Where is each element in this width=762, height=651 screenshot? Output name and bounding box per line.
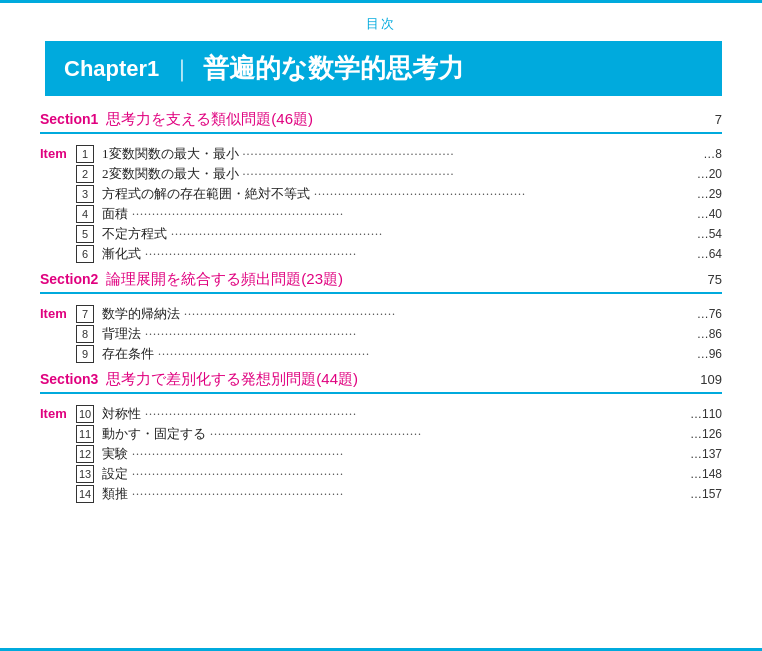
item-page: …76 <box>694 307 722 321</box>
item-page: …20 <box>694 167 722 181</box>
chapter-label: Chapter1 <box>64 56 159 82</box>
item-title: 面積 <box>102 205 128 223</box>
item-title: 2変数関数の最大・最小 <box>102 165 239 183</box>
item-number-box: 1 <box>76 145 94 163</box>
item-page: …137 <box>690 447 722 461</box>
item-dots: ········································… <box>145 247 690 262</box>
page: 目次 Chapter1 ｜ 普遍的な数学的思考力 Section1思考力を支える… <box>0 0 762 651</box>
item-number-box: 8 <box>76 325 94 343</box>
section-row-section2: Section2論理展開を統合する頻出問題(23題)75 <box>40 270 722 294</box>
item-title: 背理法 <box>102 325 141 343</box>
item-page: …110 <box>690 407 722 421</box>
item-number-box: 11 <box>76 425 94 443</box>
item-number-box: 14 <box>76 485 94 503</box>
list-item: Item10対称性·······························… <box>40 404 722 424</box>
item-number-box: 4 <box>76 205 94 223</box>
section-page: 109 <box>700 372 722 387</box>
item-page: …126 <box>690 427 722 441</box>
item-text-group: 実験······································… <box>102 445 722 463</box>
item-page: …8 <box>694 147 722 161</box>
list-item: Item11変数関数の最大・最小························… <box>40 144 722 164</box>
item-dots: ········································… <box>132 467 686 482</box>
item-number-box: 3 <box>76 185 94 203</box>
item-title: 存在条件 <box>102 345 154 363</box>
page-title-row: 目次 <box>40 8 722 41</box>
item-dots: ········································… <box>158 347 690 362</box>
item-number-box: 7 <box>76 305 94 323</box>
item-dots: ········································… <box>210 427 686 442</box>
section-title: 思考力で差別化する発想別問題(44題) <box>106 370 358 389</box>
item-text-group: 2変数関数の最大・最小·····························… <box>102 165 722 183</box>
item-title: 実験 <box>102 445 128 463</box>
item-keyword: Item <box>40 406 76 421</box>
item-text-group: 方程式の解の存在範囲・絶対不等式························… <box>102 185 722 203</box>
item-dots: ········································… <box>132 207 690 222</box>
page-title: 目次 <box>366 16 396 31</box>
item-page: …54 <box>694 227 722 241</box>
list-item: 22変数関数の最大・最小····························… <box>40 164 722 184</box>
list-item: 3方程式の解の存在範囲・絶対不等式·······················… <box>40 184 722 204</box>
chapter-divider: ｜ <box>171 54 193 84</box>
top-border <box>0 0 762 3</box>
item-text-group: 漸化式·····································… <box>102 245 722 263</box>
item-page: …29 <box>694 187 722 201</box>
item-page: …40 <box>694 207 722 221</box>
item-dots: ········································… <box>243 167 691 182</box>
item-title: 不定方程式 <box>102 225 167 243</box>
item-text-group: 数学的帰納法··································… <box>102 305 722 323</box>
section-page: 75 <box>708 272 722 287</box>
item-text-group: 背理法·····································… <box>102 325 722 343</box>
item-number-box: 10 <box>76 405 94 423</box>
item-keyword: Item <box>40 306 76 321</box>
item-dots: ········································… <box>184 307 690 322</box>
item-text-group: 1変数関数の最大・最小·····························… <box>102 145 722 163</box>
section-label: Section2 <box>40 271 98 287</box>
item-title: 1変数関数の最大・最小 <box>102 145 239 163</box>
item-keyword: Item <box>40 146 76 161</box>
item-page: …64 <box>694 247 722 261</box>
section-title: 思考力を支える類似問題(46題) <box>106 110 313 129</box>
item-number-box: 5 <box>76 225 94 243</box>
section-page: 7 <box>715 112 722 127</box>
items-container-section3: Item10対称性·······························… <box>40 404 722 504</box>
list-item: 13設定····································… <box>40 464 722 484</box>
item-number-box: 2 <box>76 165 94 183</box>
list-item: 8背理法····································… <box>40 324 722 344</box>
sections-container: Section1思考力を支える類似問題(46題)7Item11変数関数の最大・最… <box>40 110 722 504</box>
item-number-box: 12 <box>76 445 94 463</box>
list-item: 4面積·····································… <box>40 204 722 224</box>
item-page: …148 <box>690 467 722 481</box>
item-title: 漸化式 <box>102 245 141 263</box>
item-text-group: 面積······································… <box>102 205 722 223</box>
item-dots: ········································… <box>132 487 686 502</box>
list-item: 14類推····································… <box>40 484 722 504</box>
item-text-group: 存在条件····································… <box>102 345 722 363</box>
item-dots: ········································… <box>314 187 690 202</box>
content: 目次 Chapter1 ｜ 普遍的な数学的思考力 Section1思考力を支える… <box>0 0 762 504</box>
item-dots: ········································… <box>171 227 690 242</box>
list-item: 12実験····································… <box>40 444 722 464</box>
item-title: 対称性 <box>102 405 141 423</box>
item-page: …86 <box>694 327 722 341</box>
item-text-group: 動かす・固定する································… <box>102 425 722 443</box>
item-title: 設定 <box>102 465 128 483</box>
chapter-left-bar <box>40 41 45 96</box>
item-number-box: 13 <box>76 465 94 483</box>
item-dots: ········································… <box>243 147 691 162</box>
item-text-group: 対称性·····································… <box>102 405 722 423</box>
item-number-box: 6 <box>76 245 94 263</box>
item-number-box: 9 <box>76 345 94 363</box>
item-dots: ········································… <box>145 407 686 422</box>
items-container-section1: Item11変数関数の最大・最小························… <box>40 144 722 264</box>
item-page: …96 <box>694 347 722 361</box>
item-dots: ········································… <box>145 327 690 342</box>
items-container-section2: Item7数学的帰納法·····························… <box>40 304 722 364</box>
list-item: Item7数学的帰納法·····························… <box>40 304 722 324</box>
section-row-section3: Section3思考力で差別化する発想別問題(44題)109 <box>40 370 722 394</box>
section-label: Section3 <box>40 371 98 387</box>
section-label: Section1 <box>40 111 98 127</box>
chapter-title: 普遍的な数学的思考力 <box>203 51 464 86</box>
chapter-header: Chapter1 ｜ 普遍的な数学的思考力 <box>40 41 722 96</box>
item-title: 動かす・固定する <box>102 425 206 443</box>
item-text-group: 不定方程式···································… <box>102 225 722 243</box>
